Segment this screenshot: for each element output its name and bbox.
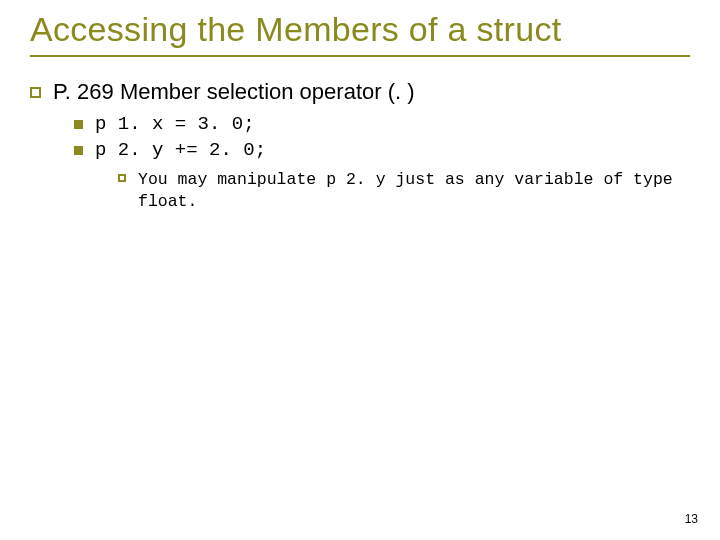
bullet-text: p 1. x = 3. 0;	[95, 113, 255, 135]
page-number: 13	[685, 512, 698, 526]
hollow-square-icon	[118, 174, 126, 182]
slide-title: Accessing the Members of a struct	[30, 10, 690, 57]
bullet-level1: P. 269 Member selection operator (. )	[30, 79, 690, 105]
bullet-text: P. 269 Member selection operator (. )	[53, 79, 415, 105]
bullet-level3: You may manipulate p 2. y just as any va…	[118, 169, 690, 212]
solid-square-icon	[74, 120, 83, 129]
solid-square-icon	[74, 146, 83, 155]
bullet-text: p 2. y += 2. 0;	[95, 139, 266, 161]
hollow-square-icon	[30, 87, 41, 98]
bullet-level2: p 1. x = 3. 0;	[74, 113, 690, 135]
bullet-text: You may manipulate p 2. y just as any va…	[138, 169, 690, 212]
bullet-level2: p 2. y += 2. 0;	[74, 139, 690, 161]
